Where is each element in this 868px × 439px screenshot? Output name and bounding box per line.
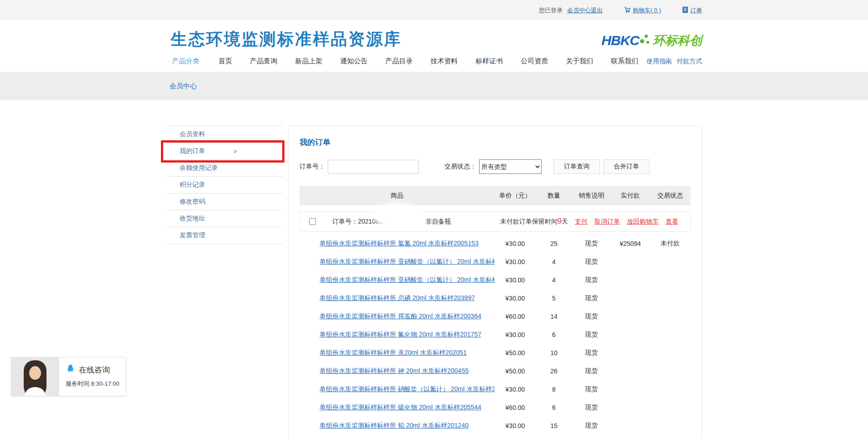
sidebar-item-shipping-address[interactable]: 收货地址: [166, 210, 283, 227]
breadcrumb[interactable]: 会员中心: [166, 72, 702, 100]
col-header-trade-status: 交易状态: [650, 192, 691, 200]
item-price: ¥30.00: [495, 386, 536, 393]
item-qty: 8: [536, 386, 572, 393]
order-item-row: 单组份水质监测标样标样所 氟化物 20ml 水质标样201757 ¥30.00 …: [300, 326, 691, 344]
nav-item-home[interactable]: 首页: [218, 57, 232, 66]
product-link[interactable]: 单组份水质监测标样标样所 氟化物 20ml 水质标样201757: [300, 331, 495, 339]
agent-avatar: [11, 357, 59, 396]
pay-link[interactable]: 支付: [575, 218, 588, 226]
cart-label: 购物车( 0 ): [633, 6, 661, 15]
order-select-checkbox[interactable]: [309, 218, 316, 225]
login-status: 您已登录: [539, 6, 563, 15]
sidebar-item-member-profile[interactable]: 会员资料: [166, 126, 283, 143]
item-qty: 4: [536, 276, 572, 284]
item-sales: 现货: [572, 385, 611, 393]
product-link[interactable]: 单组份水质监测标样标样所 硝酸盐（以氮计） 20ml 水质标样200850: [300, 385, 495, 393]
item-sales: 现货: [572, 312, 611, 321]
nav-item-new-arrivals[interactable]: 新品上架: [295, 57, 322, 66]
order-search-button[interactable]: 订单查询: [553, 159, 600, 174]
chat-title: 在线咨询: [79, 365, 110, 375]
user-guide-link[interactable]: 使用指南: [646, 57, 672, 66]
product-link[interactable]: 单组份水质监测标样标样所 总磷 20ml 水质标样203997: [300, 294, 495, 302]
order-item-row: 单组份水质监测标样标样所 铅 20ml 水质标样201240 ¥30.00 15…: [300, 417, 691, 435]
chevron-right-icon: >: [233, 148, 237, 155]
bottle-note: 非自备瓶: [426, 218, 451, 226]
brand-name: 环标科创: [653, 32, 702, 49]
merge-orders-button[interactable]: 合并订单: [603, 159, 650, 174]
sidebar-item-points-records[interactable]: 积分记录: [166, 177, 283, 194]
order-item-row: 单组份水质监测标样标样所 总磷 20ml 水质标样203997 ¥30.00 5…: [300, 289, 691, 307]
orders-label: 订单: [690, 6, 702, 15]
qq-penguin-icon: [66, 364, 75, 376]
nav-item-notices[interactable]: 通知公告: [340, 57, 367, 66]
my-orders-panel: 我的订单 订单号： 交易状态： 所有类型 订单查询 合并订单 商品 单价（元） …: [288, 126, 702, 439]
product-link[interactable]: 单组份水质监测标样标样所 氨氮 20ml 水质标样2005153: [300, 240, 495, 248]
nav-item-tech-docs[interactable]: 技术资料: [430, 57, 458, 66]
trade-status-select[interactable]: 所有类型: [479, 159, 542, 174]
product-link[interactable]: 单组份水质监测标样标样所 铅 20ml 水质标样201240: [300, 422, 495, 430]
item-qty: 6: [536, 404, 572, 411]
breadcrumb-band: 会员中心: [0, 72, 868, 100]
nav-item-about-us[interactable]: 关于我们: [566, 57, 593, 66]
item-qty: 5: [536, 295, 572, 302]
member-logout-link[interactable]: 会员中心退出: [567, 6, 603, 15]
item-status: 未付款: [650, 240, 691, 248]
product-link[interactable]: 单组份水质监测标样标样所 亚硝酸盐（以氮计） 20ml 水质标样200644: [300, 276, 495, 284]
product-link[interactable]: 单组份水质监测标样标样所 硫化物 20ml 水质标样205544: [300, 403, 495, 412]
order-item-row: 单组份水质监测标样标样所 汞20ml 水质标样202051 ¥50.00 10 …: [300, 344, 691, 362]
nav-item-contact-us[interactable]: 联系我们: [611, 57, 638, 66]
order-list-icon: [682, 6, 688, 15]
item-sales: 现货: [572, 276, 611, 284]
item-sales: 现货: [572, 240, 611, 248]
nav-item-certificates[interactable]: 标样证书: [475, 57, 503, 66]
payment-method-link[interactable]: 付款方式: [677, 57, 702, 66]
order-no-input[interactable]: [328, 160, 419, 174]
member-sidebar: 会员资料 我的订单 > 余额使用记录 积分记录 修改密码 收货地址 发票管理: [166, 126, 283, 244]
nav-item-qualifications[interactable]: 公司资质: [521, 57, 548, 66]
order-no-label: 订单号：: [300, 163, 325, 171]
cancel-order-link[interactable]: 取消订单: [594, 218, 620, 226]
item-price: ¥60.00: [495, 404, 536, 411]
return-to-cart-link[interactable]: 放回购物车: [627, 218, 659, 226]
item-qty: 10: [536, 349, 572, 357]
sidebar-item-change-password[interactable]: 修改密码: [166, 194, 283, 210]
item-price: ¥30.00: [495, 276, 536, 284]
main-nav: · 产品分类 首页 产品查询 新品上架 通知公告 产品目录 技术资料 标样证书 …: [166, 57, 702, 72]
nav-product-category[interactable]: · 产品分类: [168, 57, 199, 66]
product-link[interactable]: 单组份水质监测标样标样所 挥发酚 20ml 水质标样200364: [300, 312, 495, 321]
redaction-blur: [376, 206, 421, 225]
cart-link[interactable]: 购物车( 0 ): [624, 6, 661, 15]
trade-status-label: 交易状态：: [444, 163, 476, 171]
item-price: ¥30.00: [495, 258, 536, 265]
order-item-row: 单组份水质监测标样标样所 亚硝酸盐（以氮计） 20ml 水质标样200643 ¥…: [300, 253, 691, 271]
view-order-link[interactable]: 查看: [666, 218, 678, 226]
site-header: 生态环境监测标准样品资源库 HBKC 环标科创 · 产品分类 首页 产品查询 新…: [0, 20, 868, 72]
product-link[interactable]: 单组份水质监测标样标样所 亚硝酸盐（以氮计） 20ml 水质标样200643: [300, 258, 495, 266]
retention-notice: 未付款订单保留时间9天: [500, 217, 568, 226]
nav-item-catalog[interactable]: 产品目录: [385, 57, 413, 66]
product-link[interactable]: 单组份水质监测标样标样所 砷 20ml 水质标样200455: [300, 367, 495, 375]
item-sales: 现货: [572, 403, 611, 412]
col-header-paid-amount: 实付款: [611, 192, 650, 200]
order-item-row: 单组份水质监测标样标样所 亚硝酸盐（以氮计） 20ml 水质标样200644 ¥…: [300, 271, 691, 289]
nav-item-product-query[interactable]: 产品查询: [250, 57, 277, 66]
hbkc-logo-text: HBKC: [601, 33, 639, 48]
product-link[interactable]: 单组份水质监测标样标样所 汞20ml 水质标样202051: [300, 349, 495, 357]
orders-table-header: 商品 单价（元） 数量 销售说明 实付款 交易状态: [300, 186, 691, 205]
order-item-row: 单组份水质监测标样标样所 挥发酚 20ml 水质标样200364 ¥60.00 …: [300, 307, 691, 326]
sidebar-item-my-orders[interactable]: 我的订单 >: [166, 143, 283, 160]
item-price: ¥30.00: [495, 331, 536, 338]
item-qty: 26: [536, 368, 572, 375]
order-items: 单组份水质监测标样标样所 氨氮 20ml 水质标样2005153 ¥30.00 …: [300, 235, 691, 435]
order-header-row: 订单号：20210831150 非自备瓶 未付款订单保留时间9天 支付 取消订单…: [300, 211, 691, 232]
cart-icon: [624, 6, 631, 15]
col-header-unit-price: 单价（元）: [495, 192, 536, 200]
item-price: ¥60.00: [495, 313, 536, 320]
online-chat-widget[interactable]: 在线咨询 服务时间 8:30-17:00: [11, 357, 126, 396]
sidebar-item-invoice-management[interactable]: 发票管理: [166, 227, 283, 244]
item-qty: 15: [536, 422, 572, 429]
item-qty: 25: [536, 240, 572, 247]
orders-link[interactable]: 订单: [682, 6, 702, 15]
sidebar-item-balance-records[interactable]: 余额使用记录: [166, 160, 283, 177]
service-time: 服务时间 8:30-17:00: [66, 380, 119, 388]
